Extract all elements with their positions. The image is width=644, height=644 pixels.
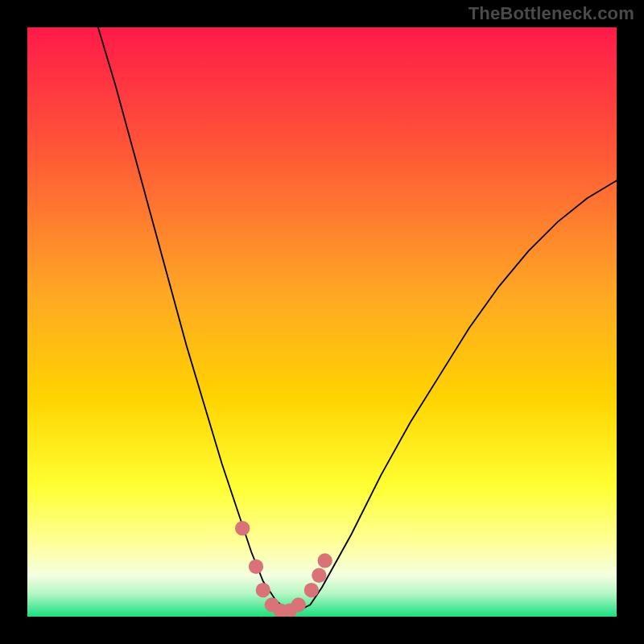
chart-plot	[27, 27, 617, 617]
gradient-background	[27, 27, 617, 617]
marker-dot	[312, 568, 326, 583]
marker-dot	[235, 521, 250, 535]
marker-dot	[249, 559, 263, 574]
marker-dot	[256, 583, 270, 597]
marker-dot	[318, 553, 332, 568]
marker-dot	[304, 583, 319, 597]
marker-dot	[291, 597, 306, 612]
watermark-text: TheBottleneck.com	[469, 3, 634, 24]
chart-svg	[27, 27, 617, 617]
chart-frame: TheBottleneck.com	[0, 0, 644, 644]
